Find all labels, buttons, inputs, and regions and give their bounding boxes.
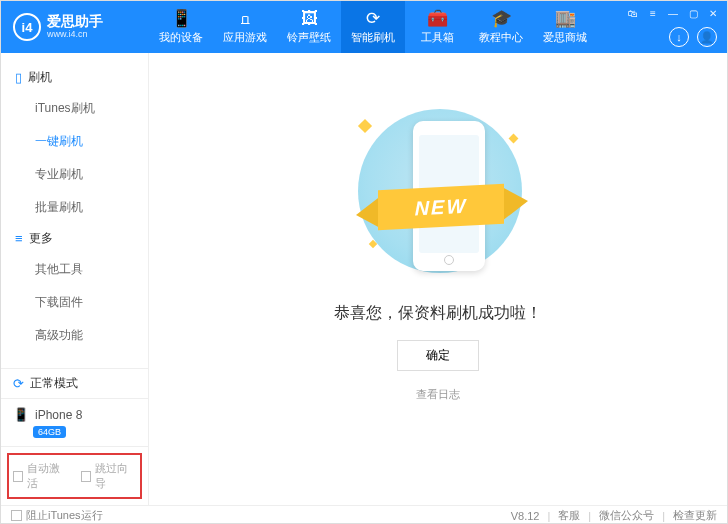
maximize-icon[interactable]: ▢ — [687, 7, 699, 19]
main-nav: 📱我的设备⩍应用游戏🖼铃声壁纸⟳智能刷机🧰工具箱🎓教程中心🏬爱思商城 — [149, 1, 597, 53]
refresh-icon: ⟳ — [13, 376, 24, 391]
sidebar: ▯ 刷机 iTunes刷机一键刷机专业刷机批量刷机 ≡ 更多 其他工具下载固件高… — [1, 53, 149, 505]
sidebar-item[interactable]: 专业刷机 — [1, 158, 148, 191]
list-icon: ≡ — [15, 231, 23, 246]
checkbox-label: 跳过向导 — [95, 461, 136, 491]
nav-icon: ⩍ — [241, 10, 250, 27]
checkbox-icon — [81, 471, 91, 482]
nav-label: 应用游戏 — [223, 30, 267, 45]
nav-item-2[interactable]: 🖼铃声壁纸 — [277, 1, 341, 53]
support-link[interactable]: 客服 — [558, 508, 580, 523]
menu-icon[interactable]: ≡ — [647, 7, 659, 19]
device-name-label: iPhone 8 — [35, 408, 82, 422]
nav-icon: 🧰 — [427, 10, 448, 27]
update-link[interactable]: 检查更新 — [673, 508, 717, 523]
device-icon: 📱 — [13, 407, 29, 422]
main-content: NEW 恭喜您，保资料刷机成功啦！ 确定 查看日志 — [149, 53, 727, 505]
nav-item-6[interactable]: 🏬爱思商城 — [533, 1, 597, 53]
view-log-link[interactable]: 查看日志 — [416, 387, 460, 402]
auto-activate-checkbox[interactable]: 自动激活 — [13, 461, 69, 491]
nav-label: 我的设备 — [159, 30, 203, 45]
success-message: 恭喜您，保资料刷机成功啦！ — [334, 303, 542, 324]
nav-icon: 🖼 — [301, 10, 318, 27]
nav-item-5[interactable]: 🎓教程中心 — [469, 1, 533, 53]
download-icon[interactable]: ↓ — [669, 27, 689, 47]
checkbox-label: 自动激活 — [27, 461, 68, 491]
block-itunes-checkbox[interactable]: 阻止iTunes运行 — [11, 508, 103, 523]
nav-item-1[interactable]: ⩍应用游戏 — [213, 1, 277, 53]
device-info[interactable]: 📱 iPhone 8 64GB — [1, 399, 148, 447]
sidebar-section-more: ≡ 更多 — [1, 224, 148, 253]
mode-status[interactable]: ⟳ 正常模式 — [1, 368, 148, 399]
ribbon-label: NEW — [378, 184, 504, 231]
nav-item-4[interactable]: 🧰工具箱 — [405, 1, 469, 53]
nav-item-3[interactable]: ⟳智能刷机 — [341, 1, 405, 53]
sidebar-section-label: 更多 — [29, 230, 53, 247]
checkbox-icon — [11, 510, 22, 521]
nav-item-0[interactable]: 📱我的设备 — [149, 1, 213, 53]
sidebar-item[interactable]: 高级功能 — [1, 319, 148, 352]
app-url: www.i4.cn — [47, 30, 103, 40]
sidebar-section-flash: ▯ 刷机 — [1, 63, 148, 92]
app-name: 爱思助手 — [47, 14, 103, 29]
cart-icon[interactable]: 🛍 — [627, 7, 639, 19]
sidebar-item[interactable]: iTunes刷机 — [1, 92, 148, 125]
minimize-icon[interactable]: — — [667, 7, 679, 19]
close-icon[interactable]: ✕ — [707, 7, 719, 19]
logo-icon: i4 — [13, 13, 41, 41]
status-bar: 阻止iTunes运行 V8.12 | 客服 | 微信公众号 | 检查更新 — [1, 505, 727, 524]
sidebar-item[interactable]: 批量刷机 — [1, 191, 148, 224]
app-body: ▯ 刷机 iTunes刷机一键刷机专业刷机批量刷机 ≡ 更多 其他工具下载固件高… — [1, 53, 727, 505]
sidebar-item[interactable]: 其他工具 — [1, 253, 148, 286]
highlighted-options: 自动激活 跳过向导 — [7, 453, 142, 499]
nav-label: 爱思商城 — [543, 30, 587, 45]
phone-icon: ▯ — [15, 70, 22, 85]
mode-label: 正常模式 — [30, 375, 78, 392]
app-header: i4 爱思助手 www.i4.cn 📱我的设备⩍应用游戏🖼铃声壁纸⟳智能刷机🧰工… — [1, 1, 727, 53]
version-label: V8.12 — [511, 510, 540, 522]
nav-label: 智能刷机 — [351, 30, 395, 45]
nav-label: 教程中心 — [479, 30, 523, 45]
nav-icon: ⟳ — [366, 10, 380, 27]
nav-label: 铃声壁纸 — [287, 30, 331, 45]
checkbox-label: 阻止iTunes运行 — [26, 508, 103, 523]
sidebar-item[interactable]: 一键刷机 — [1, 125, 148, 158]
window-controls: 🛍 ≡ — ▢ ✕ — [627, 7, 719, 19]
app-logo: i4 爱思助手 www.i4.cn — [1, 13, 149, 41]
nav-label: 工具箱 — [421, 30, 454, 45]
success-illustration: NEW — [328, 91, 548, 291]
ok-button[interactable]: 确定 — [397, 340, 479, 371]
sidebar-section-label: 刷机 — [28, 69, 52, 86]
nav-icon: 📱 — [171, 10, 192, 27]
wechat-link[interactable]: 微信公众号 — [599, 508, 654, 523]
nav-icon: 🎓 — [491, 10, 512, 27]
new-ribbon: NEW — [354, 187, 534, 233]
storage-badge: 64GB — [33, 426, 66, 438]
skip-wizard-checkbox[interactable]: 跳过向导 — [81, 461, 137, 491]
checkbox-icon — [13, 471, 23, 482]
user-icon[interactable]: 👤 — [697, 27, 717, 47]
nav-icon: 🏬 — [555, 10, 576, 27]
sidebar-item[interactable]: 下载固件 — [1, 286, 148, 319]
